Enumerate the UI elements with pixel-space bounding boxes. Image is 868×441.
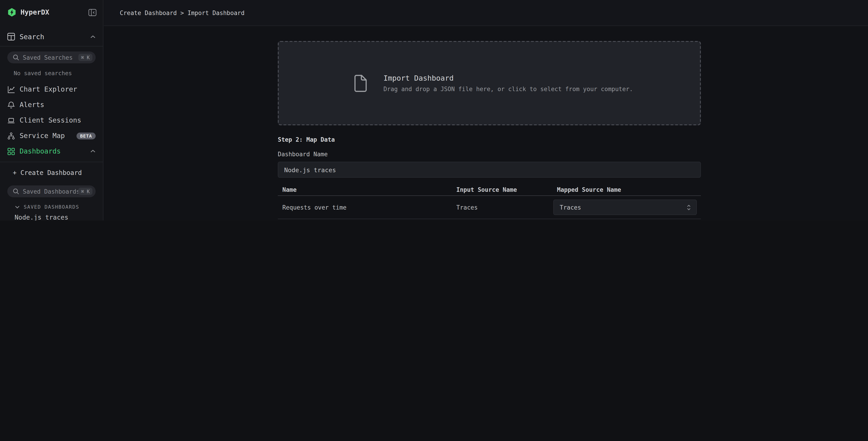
dashboards-grid-icon (7, 147, 15, 155)
sidebar-item-label: Search (20, 33, 44, 41)
chart-explorer-icon (7, 85, 15, 93)
dropzone-title: Import Dashboard (383, 74, 633, 83)
collapse-sidebar-icon[interactable] (88, 8, 97, 16)
sidebar-item-alerts[interactable]: Alerts (0, 97, 103, 113)
main-area: Create Dashboard > Import Dashboard Impo… (104, 0, 868, 220)
saved-dashboards-group-header[interactable]: SAVED DASHBOARDS (15, 204, 103, 210)
dashboards-section: + Create Dashboard Saved Dashboards ⌘ K … (0, 162, 103, 220)
import-dashboard-content: Import Dashboard Drag and drop a JSON fi… (278, 26, 701, 220)
sidebar-item-dashboards[interactable]: Dashboards (0, 144, 103, 159)
saved-searches-placeholder: Saved Searches (23, 54, 78, 61)
create-dashboard-button[interactable]: + Create Dashboard (0, 165, 103, 180)
column-header-mapped-source: Mapped Source Name (553, 186, 701, 193)
sidebar-item-label: Dashboards (20, 147, 61, 155)
mapping-table: Name Input Source Name Mapped Source Nam… (278, 184, 701, 220)
sidebar-item-search[interactable]: Search (0, 27, 103, 47)
sidebar-item-label: Client Sessions (20, 116, 81, 124)
hyperdx-app: HyperDX Search (0, 0, 868, 220)
chevron-down-icon (15, 205, 20, 208)
step-title: Step 2: Map Data (278, 136, 701, 144)
sidebar-item-service-map[interactable]: Service Map BETA (0, 128, 103, 144)
logo-row: HyperDX (0, 0, 103, 21)
beta-badge: BETA (76, 133, 96, 139)
selector-chevrons-icon (686, 204, 692, 211)
dashboard-name-value: Node.js traces (284, 166, 336, 173)
page-header: Create Dashboard > Import Dashboard (104, 0, 868, 26)
hierarchy-icon (7, 132, 15, 140)
search-section-icon (7, 33, 15, 40)
table-row: Requests over time Traces Traces (278, 196, 701, 219)
sidebar-item-chart-explorer[interactable]: Chart Explorer (0, 82, 103, 97)
cmd-k-shortcut: ⌘ K (78, 54, 92, 61)
bell-icon (7, 101, 15, 109)
import-dropzone[interactable]: Import Dashboard Drag and drop a JSON fi… (278, 41, 701, 125)
dashboard-name-input[interactable]: Node.js traces (278, 162, 701, 178)
table-row: Average response time Traces Traces (278, 219, 701, 220)
chart-name: Requests over time (278, 204, 456, 211)
saved-dashboards-placeholder: Saved Dashboards (23, 188, 78, 195)
sidebar-item-label: Alerts (20, 101, 44, 109)
search-icon (13, 54, 19, 61)
group-label: SAVED DASHBOARDS (24, 204, 79, 210)
no-saved-searches-note: No saved searches (14, 70, 103, 77)
sidebar-nav: Chart Explorer Alerts Cl (0, 82, 103, 159)
dashboard-name-label: Dashboard Name (278, 151, 701, 158)
hyperdx-logo-icon (7, 8, 17, 17)
input-source-value: Traces (456, 204, 553, 211)
column-header-name: Name (278, 186, 456, 193)
sidebar: HyperDX Search (0, 0, 103, 220)
brand-title: HyperDX (21, 8, 88, 17)
cmd-k-shortcut: ⌘ K (78, 188, 92, 195)
column-header-input-source: Input Source Name (456, 186, 553, 193)
chevron-up-icon[interactable] (90, 35, 96, 38)
sidebar-dashboard-nodejs-traces[interactable]: Node.js traces (0, 212, 103, 220)
sidebar-item-label: Chart Explorer (20, 85, 77, 93)
saved-searches-input[interactable]: Saved Searches ⌘ K (7, 52, 96, 63)
mapped-source-select[interactable]: Traces (553, 200, 697, 215)
dropzone-subtitle: Drag and drop a JSON file here, or click… (383, 86, 633, 92)
file-icon (353, 75, 367, 92)
chevron-up-icon[interactable] (90, 149, 96, 153)
select-value: Traces (560, 204, 581, 211)
breadcrumb: Create Dashboard > Import Dashboard (120, 9, 245, 16)
saved-dashboards-input[interactable]: Saved Dashboards ⌘ K (7, 185, 96, 197)
sidebar-item-label: Service Map (20, 132, 65, 140)
sidebar-item-client-sessions[interactable]: Client Sessions (0, 113, 103, 128)
laptop-icon (7, 116, 15, 124)
search-icon (13, 188, 19, 195)
table-header-row: Name Input Source Name Mapped Source Nam… (278, 184, 701, 196)
